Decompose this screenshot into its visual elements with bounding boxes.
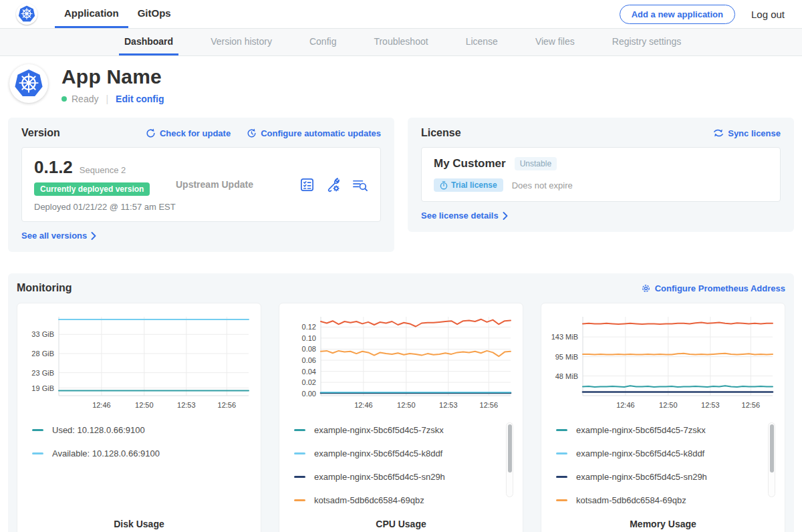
legend-label: example-nginx-5bc6f5d4c5-k8ddf: [576, 448, 704, 458]
nav-tab-application[interactable]: Application: [55, 0, 128, 28]
app-header: App Name Ready | Edit config: [0, 56, 802, 112]
memory-usage-card: 12:4612:5012:5312:56143 MiB95 MiB48 MiB …: [541, 303, 785, 532]
chevron-right-icon: [91, 232, 96, 240]
svg-text:0.02: 0.02: [302, 378, 316, 386]
subnav-tab-dashboard[interactable]: Dashboard: [119, 29, 178, 55]
legend-swatch: [294, 452, 305, 454]
configure-prometheus-link[interactable]: Configure Prometheus Address: [641, 283, 785, 293]
configure-automatic-updates-link[interactable]: Configure automatic updates: [247, 128, 381, 138]
svg-text:143 MiB: 143 MiB: [551, 333, 578, 341]
legend-swatch: [32, 452, 43, 454]
legend-item: example-nginx-5bc6f5d4c5-k8ddf: [556, 442, 759, 465]
legend-swatch: [556, 429, 567, 431]
legend-scrollbar-thumb[interactable]: [770, 424, 774, 473]
svg-text:12:50: 12:50: [397, 401, 416, 409]
monitoring-section: Monitoring Configure Prometheus Address …: [8, 273, 794, 532]
chart-title-cpu: CPU Usage: [286, 512, 516, 529]
legend-item: kotsadm-5db6dc6584-69qbz: [556, 489, 759, 512]
edit-config-link[interactable]: Edit config: [116, 94, 164, 104]
legend-item: kotsadm-5db6dc6584-69qbz: [294, 489, 497, 512]
schedule-update-icon: [247, 128, 257, 138]
svg-text:33 GiB: 33 GiB: [31, 330, 54, 338]
svg-text:12:56: 12:56: [218, 401, 237, 409]
cpu-usage-legend: example-nginx-5bc6f5d4c5-7zskxexample-ng…: [294, 418, 516, 512]
trial-license-badge: Trial license: [434, 178, 503, 192]
logout-button[interactable]: Log out: [751, 9, 785, 20]
legend-swatch: [294, 476, 305, 478]
svg-text:12:53: 12:53: [177, 401, 196, 409]
subnav-tab-license[interactable]: License: [460, 29, 503, 55]
channel-badge: Unstable: [515, 157, 557, 170]
see-license-details-link[interactable]: See license details: [421, 211, 508, 221]
sync-license-link[interactable]: Sync license: [713, 128, 781, 138]
svg-text:12:56: 12:56: [742, 401, 761, 409]
preflight-checklist-icon[interactable]: [299, 177, 315, 192]
cpu-usage-chart: 12:4612:5012:5312:560.120.100.080.060.04…: [286, 311, 516, 416]
svg-text:12:46: 12:46: [354, 401, 373, 409]
subnav-tab-version-history[interactable]: Version history: [205, 29, 277, 55]
legend-swatch: [556, 499, 567, 501]
memory-usage-legend: example-nginx-5bc6f5d4c5-7zskxexample-ng…: [556, 418, 778, 512]
gear-icon: [641, 283, 651, 293]
svg-text:12:56: 12:56: [480, 401, 499, 409]
status-text: Ready: [72, 94, 98, 104]
legend-label: Used: 10.128.0.66:9100: [52, 425, 145, 435]
license-card-title: License: [421, 127, 461, 139]
legend-label: example-nginx-5bc6f5d4c5-7zskx: [314, 425, 444, 435]
svg-text:0.06: 0.06: [302, 356, 316, 364]
timer-icon: [440, 181, 448, 190]
legend-swatch: [294, 429, 305, 431]
add-application-button[interactable]: Add a new application: [620, 5, 735, 24]
config-wrench-icon[interactable]: [325, 177, 341, 192]
legend-swatch: [556, 452, 567, 454]
legend-label: kotsadm-5db6dc6584-69qbz: [314, 495, 424, 505]
subnav-tab-config[interactable]: Config: [304, 29, 342, 55]
legend-item: example-nginx-5bc6f5d4c5-sn29h: [556, 465, 759, 489]
svg-text:12:50: 12:50: [659, 401, 678, 409]
legend-item: example-nginx-5bc6f5d4c5-7zskx: [556, 418, 759, 442]
legend-swatch: [556, 476, 567, 478]
svg-text:0.12: 0.12: [302, 323, 316, 331]
legend-label: example-nginx-5bc6f5d4c5-sn29h: [314, 472, 445, 482]
chart-title-memory: Memory Usage: [548, 512, 778, 529]
legend-label: example-nginx-5bc6f5d4c5-k8ddf: [314, 448, 442, 458]
top-nav: Application GitOps Add a new application…: [0, 0, 802, 28]
legend-swatch: [294, 499, 305, 501]
disk-usage-legend: Used: 10.128.0.66:9100Available: 10.128.…: [32, 418, 254, 465]
svg-text:0.00: 0.00: [302, 390, 316, 398]
svg-text:23 GiB: 23 GiB: [31, 369, 54, 377]
version-number: 0.1.2: [34, 157, 73, 178]
svg-text:12:53: 12:53: [439, 401, 458, 409]
license-expiry: Does not expire: [512, 180, 573, 190]
file-diff-icon[interactable]: [352, 177, 368, 192]
chevron-right-icon: [503, 212, 508, 220]
legend-swatch: [32, 429, 43, 431]
check-for-update-link[interactable]: Check for update: [146, 128, 231, 138]
legend-label: example-nginx-5bc6f5d4c5-7zskx: [576, 425, 706, 435]
version-source: Upstream Update: [176, 179, 299, 190]
license-card: License Sync license My Customer Unstabl…: [408, 118, 794, 232]
legend-label: Available: 10.128.0.66:9100: [52, 448, 160, 458]
legend-item: Available: 10.128.0.66:9100: [32, 442, 235, 465]
app-subnav: DashboardVersion historyConfigTroublesho…: [0, 28, 802, 56]
nav-tab-gitops[interactable]: GitOps: [128, 0, 180, 28]
svg-text:28 GiB: 28 GiB: [31, 350, 54, 358]
version-sequence: Sequence 2: [80, 165, 126, 175]
subnav-tab-troubleshoot[interactable]: Troubleshoot: [368, 29, 433, 55]
svg-text:48 MiB: 48 MiB: [555, 372, 578, 380]
legend-scrollbar-thumb[interactable]: [508, 424, 512, 473]
cpu-usage-card: 12:4612:5012:5312:560.120.100.080.060.04…: [279, 303, 523, 532]
ready-dot: [61, 96, 67, 102]
chart-title-disk: Disk Usage: [24, 512, 254, 529]
app-avatar-kubernetes-icon: [9, 64, 48, 103]
monitoring-title: Monitoring: [17, 282, 72, 294]
status-divider: |: [106, 94, 108, 104]
subnav-tab-registry-settings[interactable]: Registry settings: [607, 29, 686, 55]
svg-text:12:46: 12:46: [92, 401, 111, 409]
subnav-tab-view-files[interactable]: View files: [530, 29, 580, 55]
see-all-versions-link[interactable]: See all versions: [21, 231, 96, 241]
memory-usage-chart: 12:4612:5012:5312:56143 MiB95 MiB48 MiB: [548, 311, 778, 416]
svg-text:19 GiB: 19 GiB: [31, 384, 54, 392]
legend-scrollbar[interactable]: [506, 422, 513, 497]
legend-scrollbar[interactable]: [768, 422, 775, 497]
